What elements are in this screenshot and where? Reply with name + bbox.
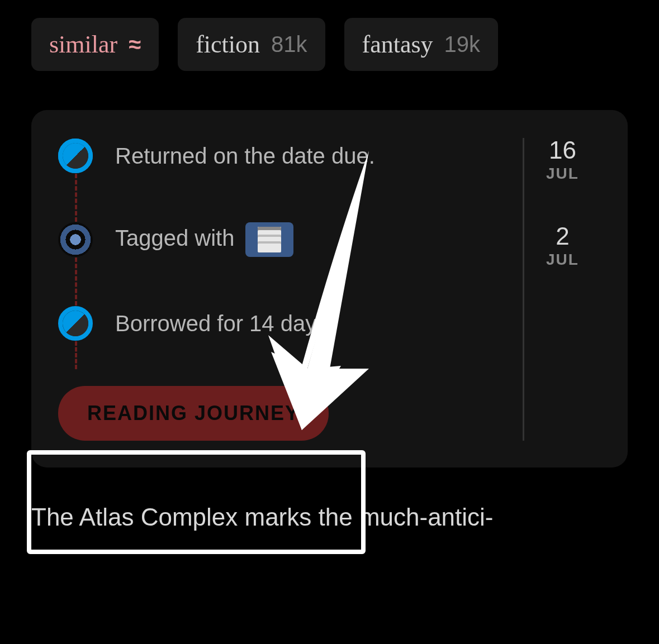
- timeline-text: Tagged with: [115, 222, 293, 257]
- timeline-text: Borrowed for 14 days.: [115, 311, 334, 336]
- tag-label: fantasy: [362, 30, 433, 59]
- node-return-icon: [58, 139, 93, 173]
- tag-fiction[interactable]: fiction 81k: [178, 18, 325, 71]
- date-block: 16 JUL: [524, 138, 601, 183]
- timeline-connector: [75, 341, 77, 369]
- timeline-text: Returned on the date due.: [115, 144, 375, 169]
- approx-icon: ≈: [129, 32, 141, 57]
- receipt-icon: [245, 222, 293, 257]
- node-borrowed-icon: [58, 306, 93, 341]
- timeline-connector: [75, 257, 77, 306]
- timeline-item-borrowed: Borrowed for 14 days.: [58, 306, 511, 341]
- timeline: Returned on the date due. Tagged with Bo…: [58, 138, 511, 441]
- timeline-item-tagged: Tagged with: [58, 222, 511, 257]
- date-block: 2 JUL: [524, 224, 601, 269]
- reading-journey-button[interactable]: READING JOURNEY: [58, 386, 329, 441]
- date-month: JUL: [524, 251, 601, 269]
- date-day: 16: [524, 138, 601, 163]
- date-day: 2: [524, 224, 601, 249]
- book-description: The Atlas Complex marks the much-antici-: [0, 468, 659, 533]
- timeline-text-prefix: Tagged with: [115, 226, 241, 250]
- reading-journey-card: Returned on the date due. Tagged with Bo…: [31, 110, 628, 468]
- tag-fantasy[interactable]: fantasy 19k: [344, 18, 499, 71]
- tag-count: 19k: [444, 32, 481, 57]
- date-month: JUL: [524, 165, 601, 183]
- tag-count: 81k: [271, 32, 307, 57]
- tag-similar[interactable]: similar ≈: [31, 18, 159, 71]
- timeline-item-returned: Returned on the date due.: [58, 138, 511, 174]
- timeline-connector: [75, 174, 77, 222]
- tag-label: similar: [49, 30, 117, 59]
- node-tagged-icon: [58, 222, 93, 257]
- tags-row: similar ≈ fiction 81k fantasy 19k: [0, 0, 659, 71]
- tag-label: fiction: [196, 30, 260, 59]
- dates-column: 16 JUL 2 JUL: [523, 138, 601, 441]
